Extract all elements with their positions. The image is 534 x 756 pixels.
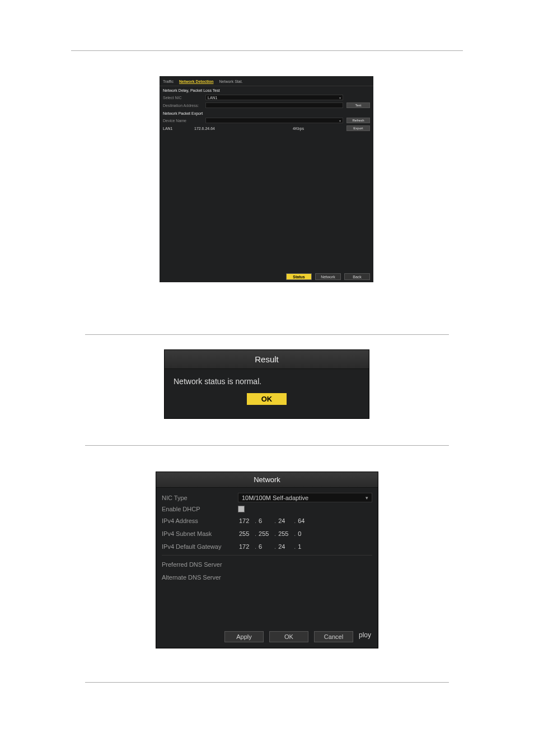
divider bbox=[162, 555, 372, 556]
chevron-down-icon: ▾ bbox=[339, 119, 341, 123]
device-name-label: Device Name bbox=[163, 119, 202, 123]
dhcp-checkbox[interactable] bbox=[238, 506, 245, 512]
device-name-dropdown[interactable]: ▾ bbox=[205, 118, 343, 123]
ipv4-gw-field[interactable]: 172. 6. 24. 1 bbox=[238, 542, 372, 551]
ok-button[interactable]: OK bbox=[269, 631, 308, 642]
ipv4-mask-field[interactable]: 255. 255. 255. 0 bbox=[238, 529, 372, 538]
ipv4-address-label: IPv4 Address bbox=[162, 517, 235, 524]
ip-octet[interactable]: 172 bbox=[238, 517, 254, 524]
tab-traffic[interactable]: Traffic bbox=[163, 78, 174, 85]
ip-octet[interactable]: 6 bbox=[257, 543, 273, 550]
dialog-title: Network bbox=[156, 472, 378, 488]
alt-dns-field[interactable] bbox=[238, 572, 372, 582]
result-message: Network status is normal. bbox=[165, 369, 369, 390]
chevron-down-icon: ▾ bbox=[339, 96, 341, 100]
divider bbox=[85, 445, 449, 446]
select-nic-value: LAN1 bbox=[208, 96, 218, 100]
export-rate: 4Kbps bbox=[254, 127, 343, 130]
refresh-button[interactable]: Refresh bbox=[346, 118, 370, 123]
footer-buttons: Status Network Back bbox=[286, 273, 370, 280]
ipv4-mask-label: IPv4 Subnet Mask bbox=[162, 530, 235, 537]
test-button[interactable]: Test bbox=[346, 102, 370, 108]
ip-octet[interactable]: 24 bbox=[277, 543, 293, 550]
ip-octet[interactable]: 64 bbox=[297, 517, 312, 524]
ip-octet[interactable]: 255 bbox=[277, 530, 293, 537]
alt-dns-label: Alternate DNS Server bbox=[162, 574, 235, 581]
result-dialog: Result Network status is normal. OK bbox=[164, 349, 369, 419]
network-settings-dialog: Network NIC Type 10M/100M Self-adaptive … bbox=[156, 472, 378, 648]
destination-input[interactable] bbox=[205, 102, 343, 108]
network-detection-screen: Traffic Network Detection Network Stat. … bbox=[160, 76, 373, 282]
ip-octet[interactable]: 1 bbox=[297, 543, 312, 550]
tab-network-detection[interactable]: Network Detection bbox=[179, 78, 213, 85]
cancel-button[interactable]: Cancel bbox=[314, 631, 353, 642]
pref-dns-field[interactable] bbox=[238, 559, 372, 569]
section-export-title: Network Packet Export bbox=[160, 109, 373, 116]
ip-octet[interactable]: 24 bbox=[277, 517, 293, 524]
apply-button[interactable]: Apply bbox=[224, 631, 264, 642]
divider bbox=[85, 334, 449, 335]
select-nic-label: Select NIC bbox=[163, 96, 202, 100]
export-nic: LAN1 bbox=[163, 127, 191, 130]
section-delay-title: Network Delay, Packet Loss Test bbox=[160, 86, 373, 94]
ipv4-gw-label: IPv4 Default Gateway bbox=[162, 543, 235, 550]
ip-octet[interactable]: 255 bbox=[257, 530, 273, 537]
nic-type-label: NIC Type bbox=[162, 494, 235, 501]
pref-dns-label: Preferred DNS Server bbox=[162, 561, 235, 568]
dialog-title: Result bbox=[165, 350, 369, 369]
footer-buttons: Apply OK Cancel ploy bbox=[224, 631, 371, 642]
ok-button[interactable]: OK bbox=[246, 393, 288, 405]
destination-label: Destination Address: bbox=[163, 104, 202, 108]
ipv4-address-field[interactable]: 172. 6. 24. 64 bbox=[238, 516, 372, 525]
chevron-down-icon: ▾ bbox=[366, 495, 368, 501]
tabs: Traffic Network Detection Network Stat. bbox=[160, 76, 373, 86]
export-button[interactable]: Export bbox=[346, 125, 370, 131]
network-button[interactable]: Network bbox=[315, 273, 341, 280]
ip-octet[interactable]: 6 bbox=[257, 517, 273, 524]
nic-type-dropdown[interactable]: 10M/100M Self-adaptive ▾ bbox=[238, 493, 372, 502]
select-nic-dropdown[interactable]: LAN1 ▾ bbox=[205, 95, 343, 100]
status-button[interactable]: Status bbox=[286, 273, 312, 280]
export-ip: 172.6.24.64 bbox=[194, 127, 250, 130]
dhcp-label: Enable DHCP bbox=[162, 506, 235, 512]
divider bbox=[71, 50, 463, 51]
ip-octet[interactable]: 255 bbox=[238, 530, 254, 537]
tab-network-stat[interactable]: Network Stat. bbox=[219, 78, 243, 85]
ip-octet[interactable]: 0 bbox=[297, 530, 312, 537]
divider bbox=[85, 682, 449, 683]
ip-octet[interactable]: 172 bbox=[238, 543, 254, 550]
nic-type-value: 10M/100M Self-adaptive bbox=[242, 494, 308, 501]
back-button[interactable]: Back bbox=[344, 273, 370, 280]
